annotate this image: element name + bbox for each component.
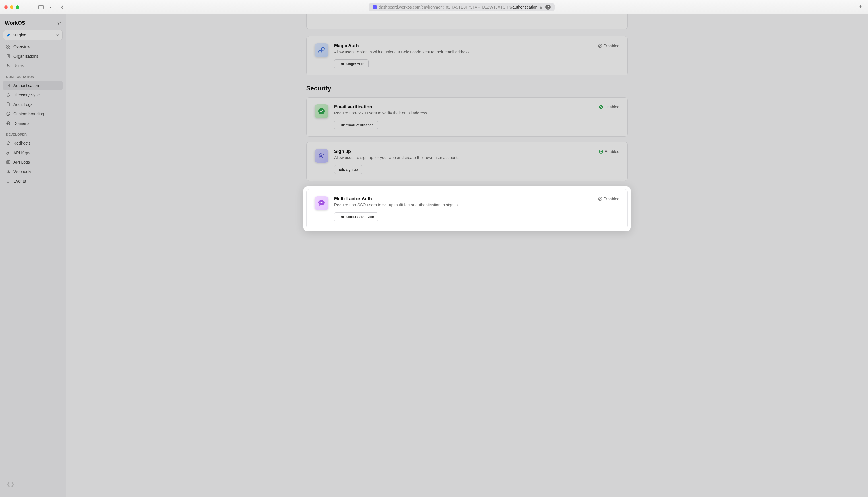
nav-label: Overview [14, 44, 30, 49]
enabled-icon [599, 105, 603, 109]
user-icon [6, 63, 11, 68]
lines-icon [6, 179, 11, 183]
nav-label: Redirects [14, 141, 30, 145]
refresh-icon [6, 93, 11, 97]
section-label-configuration: CONFIGURATION [3, 71, 62, 81]
browser-chrome: dashboard.workos.com/environment_01HA9TE… [0, 0, 868, 14]
url-bar[interactable]: dashboard.workos.com/environment_01HA9TE… [75, 3, 848, 11]
link-icon [6, 141, 11, 145]
lock-icon [540, 5, 543, 9]
main-content[interactable]: Edit Magic Auth [66, 14, 868, 497]
chevron-down-icon[interactable] [46, 4, 54, 11]
nav-label: Authentication [14, 83, 39, 88]
svg-point-37 [320, 154, 322, 156]
settings-button[interactable] [56, 20, 61, 26]
nav-item-audit-logs[interactable]: Audit Logs [3, 100, 62, 109]
nav-label: API Logs [14, 160, 30, 165]
nav-label: Users [14, 63, 24, 68]
webhook-icon [6, 169, 11, 174]
nav-label: API Keys [14, 150, 30, 155]
nav-item-events[interactable]: Events [3, 176, 62, 186]
card-description: Require non-SSO users to verify their em… [334, 111, 619, 115]
card-title: Email verification [334, 104, 372, 110]
nav-item-domains[interactable]: Domains [3, 119, 62, 128]
svg-point-42 [321, 202, 322, 203]
sidebar: WorkOS Staging Overview [0, 14, 66, 497]
svg-point-26 [8, 170, 9, 171]
new-tab-button[interactable]: + [857, 4, 864, 10]
security-heading: Security [306, 85, 628, 92]
nav-item-custom-branding[interactable]: Custom branding [3, 109, 62, 118]
svg-point-12 [8, 64, 9, 66]
nav-item-directory-sync[interactable]: Directory Sync [3, 90, 62, 100]
nav-label: Organizations [14, 54, 38, 58]
svg-point-3 [58, 22, 59, 23]
card-title: Magic Auth [334, 43, 359, 48]
globe-icon [6, 121, 11, 126]
browser-back-button[interactable] [58, 4, 66, 11]
card-magic-auth: Magic Auth Disabled Allow users to sign … [306, 36, 628, 75]
grid-icon [6, 44, 11, 49]
svg-line-34 [599, 45, 601, 47]
nav-item-webhooks[interactable]: Webhooks [3, 167, 62, 176]
edit-sign-up-button[interactable]: Edit sign up [334, 165, 362, 174]
svg-line-32 [321, 49, 322, 51]
window-close-button[interactable] [4, 5, 8, 9]
palette-icon [6, 112, 11, 116]
card-description: Allow users to sign up for your app and … [334, 155, 619, 160]
workos-logo-icon [6, 480, 15, 489]
svg-rect-2 [541, 7, 543, 9]
nav-item-overview[interactable]: Overview [3, 42, 62, 51]
status-text: Enabled [605, 149, 619, 154]
card-sign-up: Sign up Enabled Allow users to sign up f… [306, 142, 628, 181]
svg-point-43 [323, 202, 323, 203]
brand-name: WorkOS [5, 20, 25, 26]
nav-item-users[interactable]: Users [3, 61, 62, 70]
status-badge: Enabled [599, 105, 619, 109]
window-minimize-button[interactable] [10, 5, 14, 9]
refresh-button[interactable] [545, 4, 550, 10]
edit-multi-factor-auth-button[interactable]: Edit Multi-Factor Auth [334, 212, 378, 221]
nav-label: Directory Sync [14, 93, 40, 97]
card-description: Require non-SSO users to set up multi-fa… [334, 202, 619, 207]
nav-item-authentication[interactable]: Authentication [3, 81, 62, 90]
section-label-developer: DEVELOPER [3, 128, 62, 139]
status-badge: Disabled [598, 44, 619, 48]
nav-item-organizations[interactable]: Organizations [3, 52, 62, 61]
window-maximize-button[interactable] [16, 5, 19, 9]
chevron-down-icon [56, 34, 59, 36]
nav-label: Audit Logs [14, 102, 32, 107]
nav-label: Events [14, 179, 26, 183]
edit-magic-auth-button[interactable]: Edit Magic Auth [334, 59, 368, 68]
sidebar-toggle-button[interactable] [37, 4, 45, 11]
svg-rect-0 [39, 5, 43, 9]
status-badge: Disabled [598, 197, 619, 201]
status-text: Enabled [605, 105, 619, 109]
status-badge: Enabled [599, 149, 619, 154]
nav-item-redirects[interactable]: Redirects [3, 139, 62, 148]
url-text: dashboard.workos.com/environment_01HA9TE… [379, 5, 537, 10]
svg-rect-6 [6, 47, 8, 48]
card-email-verification: Email verification Enabled Require non-S… [306, 97, 628, 137]
card-multi-factor-auth: Multi-Factor Auth Disabled Require n [306, 189, 628, 228]
svg-rect-7 [9, 47, 10, 48]
partial-card: Edit [306, 14, 628, 29]
nav-label: Custom branding [14, 112, 44, 116]
highlighted-card-wrapper: Multi-Factor Auth Disabled Require n [304, 186, 631, 231]
file-icon [6, 102, 11, 107]
environment-label: Staging [13, 33, 54, 37]
disabled-icon [598, 44, 602, 48]
status-text: Disabled [604, 197, 619, 201]
traffic-lights [4, 5, 19, 9]
edit-email-verification-button[interactable]: Edit email verification [334, 120, 378, 129]
card-title: Multi-Factor Auth [334, 196, 372, 201]
environment-selector[interactable]: Staging [3, 30, 62, 40]
site-favicon [373, 5, 377, 9]
user-plus-icon [314, 149, 328, 163]
disabled-icon [598, 197, 602, 201]
nav-item-api-keys[interactable]: API Keys [3, 148, 62, 157]
svg-point-41 [320, 202, 321, 203]
key-icon [6, 150, 11, 155]
nav-label: Webhooks [14, 169, 32, 174]
nav-item-api-logs[interactable]: API Logs [3, 158, 62, 167]
